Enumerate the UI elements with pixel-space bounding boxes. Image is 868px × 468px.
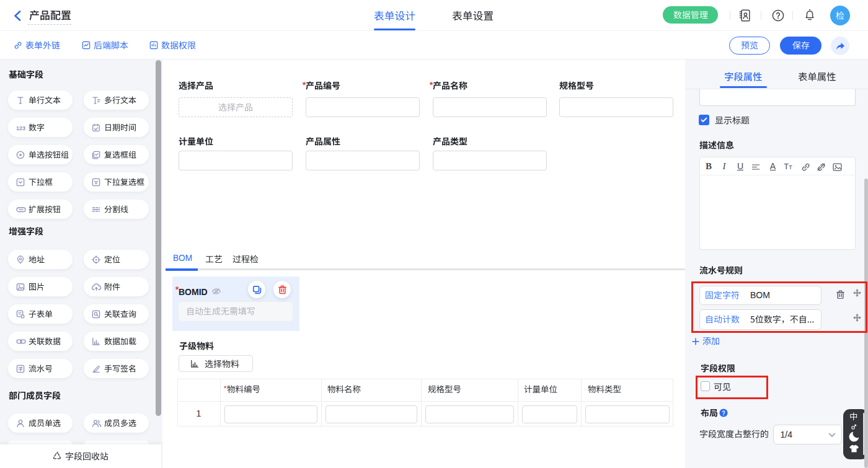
svg-text:123: 123 [16, 125, 25, 131]
